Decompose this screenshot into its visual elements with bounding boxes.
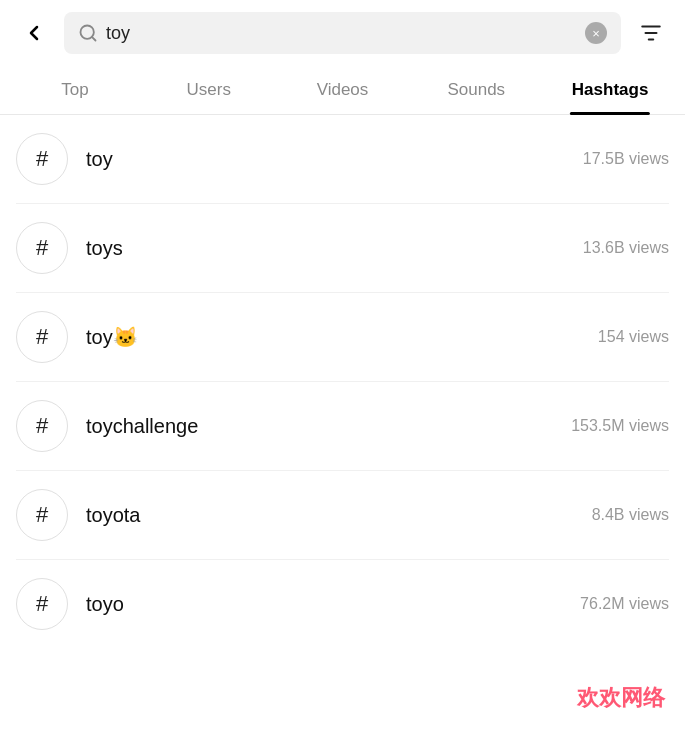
- header: ×: [0, 0, 685, 66]
- search-bar: ×: [64, 12, 621, 54]
- watermark: 欢欢网络: [577, 683, 665, 713]
- hashtag-icon: #: [16, 489, 68, 541]
- back-button[interactable]: [16, 15, 52, 51]
- item-name: toy🐱: [86, 325, 598, 349]
- search-icon: [78, 23, 98, 43]
- tab-users[interactable]: Users: [142, 66, 276, 114]
- item-views: 153.5M views: [571, 417, 669, 435]
- item-views: 17.5B views: [583, 150, 669, 168]
- tab-top[interactable]: Top: [8, 66, 142, 114]
- item-views: 76.2M views: [580, 595, 669, 613]
- hashtag-icon: #: [16, 578, 68, 630]
- filter-button[interactable]: [633, 15, 669, 51]
- hashtag-icon: #: [16, 400, 68, 452]
- results-list: # toy 17.5B views # toys 13.6B views # t…: [0, 115, 685, 648]
- hashtag-icon: #: [16, 222, 68, 274]
- clear-button[interactable]: ×: [585, 22, 607, 44]
- item-name: toyo: [86, 593, 580, 616]
- search-input[interactable]: [106, 23, 577, 44]
- list-item[interactable]: # toyota 8.4B views: [16, 471, 669, 560]
- hashtag-icon: #: [16, 311, 68, 363]
- item-views: 8.4B views: [592, 506, 669, 524]
- tab-hashtags[interactable]: Hashtags: [543, 66, 677, 114]
- list-item[interactable]: # toy🐱 154 views: [16, 293, 669, 382]
- tab-videos[interactable]: Videos: [276, 66, 410, 114]
- item-views: 13.6B views: [583, 239, 669, 257]
- item-name: toyota: [86, 504, 592, 527]
- tabs-bar: TopUsersVideosSoundsHashtags: [0, 66, 685, 115]
- item-name: toys: [86, 237, 583, 260]
- svg-line-1: [92, 37, 96, 41]
- item-name: toy: [86, 148, 583, 171]
- list-item[interactable]: # toy 17.5B views: [16, 115, 669, 204]
- list-item[interactable]: # toys 13.6B views: [16, 204, 669, 293]
- tab-sounds[interactable]: Sounds: [409, 66, 543, 114]
- item-name: toychallenge: [86, 415, 571, 438]
- hashtag-icon: #: [16, 133, 68, 185]
- list-item[interactable]: # toyo 76.2M views: [16, 560, 669, 648]
- list-item[interactable]: # toychallenge 153.5M views: [16, 382, 669, 471]
- item-views: 154 views: [598, 328, 669, 346]
